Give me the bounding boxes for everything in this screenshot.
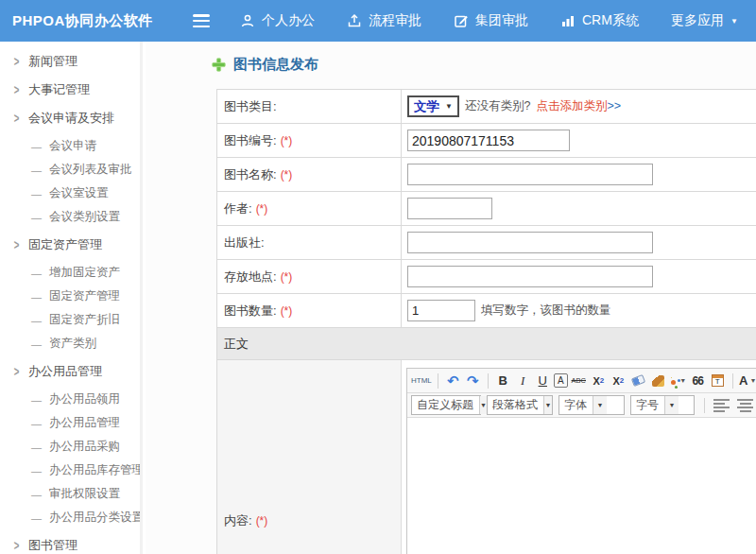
- paragraph-format-select[interactable]: 段落格式 ▼: [487, 395, 553, 415]
- author-input[interactable]: [407, 198, 492, 219]
- sidebar-item-meeting-list[interactable]: — 会议列表及审批: [0, 158, 140, 182]
- caret-down-icon: ▼: [593, 396, 607, 414]
- font-color-button[interactable]: A▼: [739, 372, 756, 390]
- color-sparkle-icon: [671, 380, 676, 385]
- format-brush-button[interactable]: [649, 372, 667, 390]
- align-left-icon[interactable]: [713, 399, 730, 412]
- app-window: PHPOA协同办公软件 个人办公 流程审批: [0, 0, 756, 554]
- dash-icon: —: [31, 268, 42, 279]
- sidebar-item-label: 固定资产管理: [49, 288, 120, 304]
- sidebar-group-label: 办公用品管理: [28, 363, 102, 380]
- dash-icon: —: [31, 164, 42, 176]
- undo-button[interactable]: ↶: [444, 372, 462, 390]
- category-select[interactable]: 文学 ▼: [407, 95, 459, 117]
- sidebar-group-books[interactable]: > 图书管理: [0, 533, 140, 554]
- font-size-select[interactable]: 字号 ▼: [630, 395, 695, 415]
- required-mark: (*): [281, 270, 293, 284]
- strikethrough-button[interactable]: ABC: [570, 372, 588, 390]
- dash-icon: —: [31, 338, 42, 350]
- chevron-right-icon: >: [14, 54, 20, 69]
- nav-label: 个人办公: [262, 12, 315, 29]
- nav-label: CRM系统: [582, 12, 639, 29]
- location-input[interactable]: [407, 266, 653, 287]
- add-category-link[interactable]: 点击添加类别>>: [536, 98, 621, 114]
- align-center-icon[interactable]: [737, 399, 753, 412]
- rich-text-editor: HTML ↶ ↷ B I U A ABC X2 X2: [406, 368, 756, 554]
- sidebar-item-supplies-inventory[interactable]: — 办公用品库存管理: [0, 459, 140, 482]
- sidebar-item-meeting-apply[interactable]: — 会议申请: [0, 134, 140, 158]
- sidebar-item-label: 增加固定资产: [49, 265, 120, 281]
- topbar: PHPOA协同办公软件 个人办公 流程审批: [0, 0, 756, 42]
- paste-template-button[interactable]: T: [709, 372, 727, 390]
- page-title: 图书信息发布: [233, 56, 318, 74]
- sidebar-item-label: 会议室设置: [49, 185, 109, 201]
- chevron-right-icon: >: [14, 111, 20, 126]
- dash-icon: —: [31, 212, 42, 223]
- blockquote-button[interactable]: 66: [689, 372, 707, 390]
- subscript-button[interactable]: X2: [610, 372, 627, 390]
- dash-icon: —: [31, 188, 42, 199]
- dash-icon: —: [31, 441, 42, 453]
- book-no-input[interactable]: [407, 130, 570, 151]
- edit-icon: [454, 13, 469, 28]
- category-select-value: 文学: [414, 98, 439, 115]
- nav-crm-system[interactable]: CRM系统: [560, 12, 639, 29]
- sidebar-group-memorabilia[interactable]: > 大事记管理: [0, 78, 140, 102]
- publisher-label: 出版社:: [217, 226, 402, 259]
- sidebar-item-meeting-room[interactable]: — 会议室设置: [0, 182, 140, 205]
- sidebar-item-meeting-category[interactable]: — 会议类别设置: [0, 205, 140, 229]
- html-source-button[interactable]: HTML: [411, 372, 432, 390]
- author-label: 作者: (*): [217, 192, 402, 225]
- italic-button[interactable]: I: [514, 372, 532, 390]
- sidebar-item-supplies-purchase[interactable]: — 办公用品采购: [0, 435, 140, 459]
- book-name-input[interactable]: [407, 164, 653, 185]
- body-section-header: 正文: [217, 328, 756, 360]
- custom-title-select[interactable]: 自定义标题 ▼: [411, 395, 481, 415]
- font-style-button[interactable]: A: [554, 373, 568, 388]
- sidebar-group-fixed-assets[interactable]: > 固定资产管理: [0, 233, 140, 257]
- sidebar-group-label: 图书管理: [28, 537, 77, 554]
- quantity-input[interactable]: [407, 300, 475, 321]
- page-title-row: 图书信息发布: [212, 53, 756, 76]
- chevron-right-icon: >: [14, 237, 20, 252]
- form-row-publisher: 出版社:: [217, 226, 756, 260]
- editor-content[interactable]: [407, 418, 756, 554]
- nav-group-approval[interactable]: 集团审批: [454, 12, 528, 29]
- app-logo: PHPOA协同办公软件: [0, 12, 181, 30]
- sidebar-item-supplies-manage[interactable]: — 办公用品管理: [0, 411, 140, 435]
- book-form: 图书类目: 文学 ▼ 还没有类别? 点击添加类别>> 图书编号: (*): [216, 89, 756, 554]
- dash-icon: —: [31, 315, 42, 326]
- sidebar-item-label: 会议类别设置: [49, 209, 120, 225]
- sidebar-item-approval-permission[interactable]: — 审批权限设置: [0, 482, 140, 506]
- sidebar-item-supplies-claim[interactable]: — 办公用品领用: [0, 388, 140, 411]
- nav-process-approval[interactable]: 流程审批: [347, 12, 421, 29]
- sidebar-item-asset-depreciation[interactable]: — 固定资产折旧: [0, 308, 140, 332]
- caret-down-icon: ▼: [664, 396, 679, 414]
- form-row-category: 图书类目: 文学 ▼ 还没有类别? 点击添加类别>>: [217, 90, 756, 124]
- sidebar-group-meeting[interactable]: > 会议申请及安排: [0, 106, 140, 130]
- main-content: 图书信息发布 图书类目: 文学 ▼ 还没有类别? 点击添加类别>>: [146, 42, 756, 554]
- form-row-book-name: 图书名称: (*): [217, 158, 756, 192]
- sidebar-item-supplies-category[interactable]: — 办公用品分类设置: [0, 506, 140, 529]
- nav-personal-office[interactable]: 个人办公: [240, 12, 315, 29]
- sidebar-item-asset-category[interactable]: — 资产类别: [0, 332, 140, 355]
- sidebar-item-asset-manage[interactable]: — 固定资产管理: [0, 285, 140, 308]
- sidebar-item-add-asset[interactable]: — 增加固定资产: [0, 261, 140, 285]
- sidebar-item-label: 办公用品领用: [49, 391, 120, 407]
- superscript-button[interactable]: X2: [590, 372, 608, 390]
- font-family-select[interactable]: 字体 ▼: [558, 395, 625, 415]
- chevron-right-icon: >: [14, 538, 20, 553]
- menu-toggle-icon[interactable]: [193, 14, 212, 27]
- sidebar-group-label: 会议申请及安排: [28, 110, 114, 127]
- highlight-color-button[interactable]: ▼: [669, 372, 687, 390]
- location-label: 存放地点: (*): [217, 260, 402, 293]
- nav-more-apps[interactable]: 更多应用 ▼: [671, 12, 738, 29]
- publisher-input[interactable]: [407, 232, 653, 253]
- required-mark: (*): [281, 304, 293, 318]
- sidebar-group-news[interactable]: > 新闻管理: [0, 49, 140, 74]
- remove-format-button[interactable]: [629, 372, 647, 390]
- underline-button[interactable]: U: [534, 372, 552, 390]
- redo-button[interactable]: ↷: [464, 372, 482, 390]
- bold-button[interactable]: B: [494, 372, 512, 390]
- sidebar-group-office-supplies[interactable]: > 办公用品管理: [0, 359, 140, 384]
